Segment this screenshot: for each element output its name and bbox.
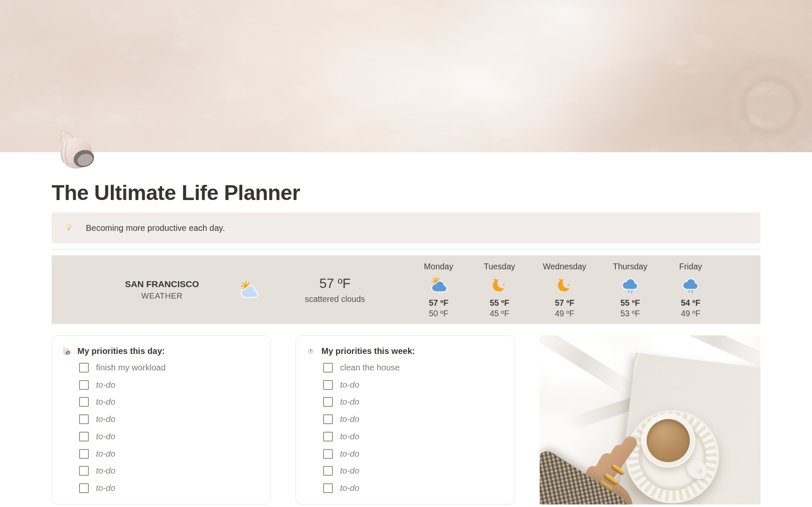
sheet-fold [540,335,633,395]
todo-item: to-do [323,411,510,428]
todo-checkbox[interactable] [323,397,333,407]
todo-item: clean the house [323,359,510,376]
todo-item: to-do [323,394,510,411]
todo-item: to-do [323,480,510,497]
todo-checkbox[interactable] [323,449,333,459]
todo-checkbox[interactable] [323,432,333,441]
page-icon-shell[interactable] [52,126,102,175]
todo-checkbox[interactable] [79,466,89,476]
todo-label[interactable]: clean the house [340,363,400,373]
priorities-day-title[interactable]: My priorities this day: [77,346,165,356]
forecast-day-label: Thursday [598,262,662,271]
weather-widget[interactable]: SAN FRANCISCO WEATHER 57 ºF scattered cl… [52,255,760,324]
priorities-day-list: finish my workloadto-doto-doto-doto-doto… [79,359,265,497]
crescent-moon-icon [490,275,509,295]
todo-item: to-do [79,480,265,497]
forecast-tuesday: Tuesday55 ºF45 ºF [468,255,531,324]
sun-cloud-icon [429,275,448,295]
todo-item: to-do [79,394,265,411]
todo-label[interactable]: to-do [340,414,359,424]
shell-icon [61,346,72,356]
todo-label[interactable]: to-do [340,483,359,493]
priorities-week-title[interactable]: My priorities this week: [321,346,415,356]
todo-item: to-do [323,376,510,394]
todo-label[interactable]: to-do [96,397,115,407]
rain-cloud-icon [681,275,700,295]
forecast-friday: Friday54 ºF49 ºF [659,255,722,324]
todo-checkbox[interactable] [323,483,333,493]
todo-label[interactable]: finish my workload [96,363,166,373]
forecast-wednesday: Wednesday57 ºF49 ºF [533,255,596,324]
todo-label[interactable]: to-do [96,449,115,459]
forecast-high-temp: 55 ºF [598,298,662,308]
forecast-day-label: Tuesday [468,262,531,271]
forecast-thursday: Thursday55 ºF53 ºF [598,255,662,324]
todo-item: to-do [79,411,265,428]
forecast-day-label: Friday [659,262,722,271]
forecast-low-temp: 45 ºF [468,309,531,318]
page-title[interactable]: The Ultimate Life Planner [52,181,300,205]
priorities-day-card: My priorities this day: finish my worklo… [52,335,271,504]
divider [52,249,760,249]
callout-text[interactable]: Becoming more productive each day. [86,223,225,233]
todo-item: to-do [79,445,265,463]
cover-image[interactable] [0,0,812,152]
callout[interactable]: Becoming more productive each day. [52,212,760,244]
priorities-week-card: My priorities this week: clean the house… [296,335,515,504]
rain-cloud-icon [620,275,640,295]
todo-checkbox[interactable] [323,380,333,390]
todo-label[interactable]: to-do [340,466,359,476]
todo-item: to-do [79,463,265,480]
todo-label[interactable]: to-do [340,432,359,441]
forecast-high-temp: 57 ºF [407,298,470,308]
todo-label[interactable]: to-do [340,380,359,390]
todo-label[interactable]: to-do [96,432,115,441]
todo-checkbox[interactable] [79,363,89,373]
todo-checkbox[interactable] [323,414,333,424]
todo-item: to-do [323,428,510,445]
forecast-high-temp: 55 ºF [468,298,531,308]
todo-checkbox[interactable] [79,380,89,390]
forecast-monday: Monday57 ºF50 ºF [407,255,470,324]
forecast-low-temp: 53 ºF [598,309,662,318]
forecast-low-temp: 49 ºF [659,309,722,318]
todo-checkbox[interactable] [79,483,89,493]
crescent-moon-icon [555,275,574,295]
forecast-high-temp: 57 ºF [533,298,596,308]
forecast-day-label: Wednesday [533,262,596,271]
todo-label[interactable]: to-do [96,380,115,390]
todo-label[interactable]: to-do [340,449,359,459]
todo-item: finish my workload [79,359,265,376]
coffee-surface [647,419,690,462]
todo-checkbox[interactable] [79,414,89,424]
todo-checkbox[interactable] [79,397,89,407]
todo-label[interactable]: to-do [340,397,359,407]
coffee-photo[interactable]: V [540,335,760,504]
todo-item: to-do [323,445,510,463]
priorities-week-heading: My priorities this week: [305,346,415,356]
clock-icon [305,346,316,356]
todo-checkbox[interactable] [79,432,89,441]
todo-item: to-do [323,463,510,480]
todo-label[interactable]: to-do [96,466,115,476]
forecast-row: Monday57 ºF50 ºFTuesday55 ºF45 ºFWednesd… [52,255,760,324]
priorities-week-list: clean the houseto-doto-doto-doto-doto-do… [323,359,510,497]
forecast-high-temp: 54 ºF [659,298,722,308]
todo-item: to-do [79,376,265,394]
todo-label[interactable]: to-do [96,483,115,493]
lightbulb-icon [63,222,74,234]
todo-label[interactable]: to-do [96,414,115,424]
todo-item: to-do [79,428,265,445]
forecast-low-temp: 50 ºF [407,309,470,318]
forecast-low-temp: 49 ºF [533,309,596,318]
todo-checkbox[interactable] [79,449,89,459]
forecast-day-label: Monday [407,262,470,271]
todo-checkbox[interactable] [323,363,333,373]
priorities-day-heading: My priorities this day: [61,346,165,356]
coffee-cup [641,414,695,468]
todo-checkbox[interactable] [323,466,333,476]
